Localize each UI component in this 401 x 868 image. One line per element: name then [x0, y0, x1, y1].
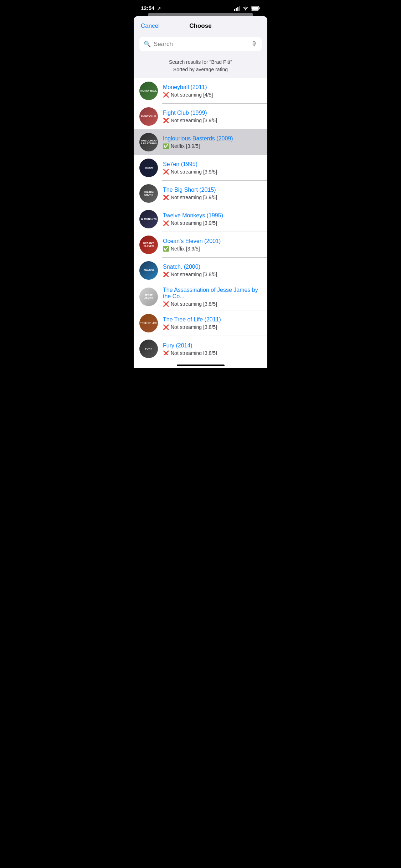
movie-thumbnail: SNATCH	[139, 261, 158, 280]
sheet-header: Cancel Choose	[134, 16, 267, 34]
movie-title[interactable]: Snatch. (2000)	[163, 264, 262, 270]
streaming-checkmark: ✅	[163, 143, 169, 149]
movie-title[interactable]: The Tree of Life (2011)	[163, 316, 262, 323]
not-streaming-x: ❌	[163, 195, 169, 200]
list-item[interactable]: JESSE JAMES The Assassination of Jesse J…	[134, 283, 267, 310]
svg-rect-5	[259, 7, 260, 9]
thumbnail-text: FURY	[145, 347, 153, 351]
svg-rect-6	[252, 6, 258, 10]
status-text: Not streaming [3.8/5]	[171, 301, 217, 307]
movie-title[interactable]: The Big Short (2015)	[163, 187, 262, 193]
movie-title[interactable]: Se7en (1995)	[163, 161, 262, 167]
not-streaming-x: ❌	[163, 118, 169, 123]
movie-status: ❌ Not streaming [3.8/5]	[163, 272, 262, 277]
search-container: 🔍 🎙	[134, 34, 267, 56]
not-streaming-x: ❌	[163, 301, 169, 307]
thumbnail-text: MONEY BALL	[140, 89, 158, 93]
movie-status: ✅ Netflix [3.9/5]	[163, 143, 262, 149]
movie-info: Moneyball (2011) ❌ Not streaming [4/5]	[163, 84, 262, 98]
thumbnail-text: INGLOURIOUS BASTERDS	[139, 139, 158, 146]
results-sort: Sorted by average rating	[139, 66, 262, 73]
svg-rect-1	[236, 8, 237, 11]
list-item[interactable]: FIGHT CLUB Fight Club (1999) ❌ Not strea…	[134, 104, 267, 129]
movie-status: ❌ Not streaming [3.9/5]	[163, 195, 262, 200]
list-item[interactable]: INGLOURIOUS BASTERDS Inglourious Basterd…	[134, 129, 267, 155]
movie-list: MONEY BALL Moneyball (2011) ❌ Not stream…	[134, 78, 267, 362]
home-bar	[177, 365, 225, 366]
movie-status: ✅ Netflix [3.9/5]	[163, 246, 262, 252]
streaming-checkmark: ✅	[163, 246, 169, 252]
movie-thumbnail: FIGHT CLUB	[139, 107, 158, 126]
list-item[interactable]: FURY Fury (2014) ❌ Not streaming [3.8/5]	[134, 336, 267, 362]
svg-rect-2	[237, 7, 238, 11]
sheet-title: Choose	[189, 22, 211, 30]
thumbnail-text: SNATCH	[143, 268, 155, 273]
movie-thumbnail: TREE OF LIFE	[139, 314, 158, 332]
status-text: Not streaming [3.8/5]	[171, 350, 217, 355]
list-item[interactable]: 12 MONKEYS Twelve Monkeys (1995) ❌ Not s…	[134, 206, 267, 232]
thumbnail-text: SE7EN	[144, 166, 154, 170]
movie-thumbnail: MONEY BALL	[139, 82, 158, 100]
not-streaming-x: ❌	[163, 169, 169, 175]
status-icons	[234, 6, 260, 11]
status-time: 12:54 ↗	[141, 5, 161, 11]
wifi-icon	[242, 6, 249, 11]
movie-info: Se7en (1995) ❌ Not streaming [3.9/5]	[163, 161, 262, 175]
status-text: Not streaming [3.8/5]	[171, 324, 217, 330]
movie-info: The Big Short (2015) ❌ Not streaming [3.…	[163, 187, 262, 200]
results-query: Search results for "Brad Pitt"	[139, 58, 262, 66]
list-item[interactable]: SE7EN Se7en (1995) ❌ Not streaming [3.9/…	[134, 155, 267, 181]
not-streaming-x: ❌	[163, 350, 169, 355]
home-indicator	[134, 362, 267, 368]
status-text: Netflix [3.9/5]	[171, 143, 200, 149]
thumbnail-text: OCEAN'S ELEVEN	[139, 241, 158, 249]
thumbnail-text: JESSE JAMES	[139, 293, 158, 301]
thumbnail-text: THE BIG SHORT	[139, 190, 158, 197]
not-streaming-x: ❌	[163, 324, 169, 330]
movie-info: Fight Club (1999) ❌ Not streaming [3.9/5…	[163, 110, 262, 123]
movie-info: The Tree of Life (2011) ❌ Not streaming …	[163, 316, 262, 330]
status-text: Not streaming [3.9/5]	[171, 195, 217, 200]
list-item[interactable]: MONEY BALL Moneyball (2011) ❌ Not stream…	[134, 78, 267, 104]
movie-title[interactable]: Fury (2014)	[163, 342, 262, 349]
movie-title[interactable]: Moneyball (2011)	[163, 84, 262, 91]
movie-thumbnail: OCEAN'S ELEVEN	[139, 236, 158, 254]
list-item[interactable]: TREE OF LIFE The Tree of Life (2011) ❌ N…	[134, 310, 267, 336]
search-input[interactable]	[154, 41, 248, 48]
list-item[interactable]: THE BIG SHORT The Big Short (2015) ❌ Not…	[134, 181, 267, 206]
status-text: Not streaming [3.9/5]	[171, 169, 217, 175]
microphone-icon[interactable]: 🎙	[251, 40, 257, 48]
movie-thumbnail: FURY	[139, 340, 158, 358]
status-text: Not streaming [3.8/5]	[171, 272, 217, 277]
status-bar: 12:54 ↗	[134, 0, 267, 13]
list-item[interactable]: OCEAN'S ELEVEN Ocean's Eleven (2001) ✅ N…	[134, 232, 267, 258]
movie-title[interactable]: Ocean's Eleven (2001)	[163, 238, 262, 244]
search-bar[interactable]: 🔍 🎙	[139, 37, 262, 51]
movie-status: ❌ Not streaming [3.9/5]	[163, 118, 262, 123]
search-icon: 🔍	[144, 41, 151, 47]
svg-rect-3	[239, 6, 240, 11]
not-streaming-x: ❌	[163, 92, 169, 98]
movie-info: Twelve Monkeys (1995) ❌ Not streaming [3…	[163, 212, 262, 226]
movie-title[interactable]: Inglourious Basterds (2009)	[163, 135, 262, 142]
not-streaming-x: ❌	[163, 272, 169, 277]
movie-info: Snatch. (2000) ❌ Not streaming [3.8/5]	[163, 264, 262, 277]
movie-title[interactable]: Twelve Monkeys (1995)	[163, 212, 262, 219]
status-text: Not streaming [3.9/5]	[171, 118, 217, 123]
movie-info: Inglourious Basterds (2009) ✅ Netflix [3…	[163, 135, 262, 149]
thumbnail-text: 12 MONKEYS	[140, 217, 157, 221]
movie-info: Fury (2014) ❌ Not streaming [3.8/5]	[163, 342, 262, 355]
cancel-button[interactable]: Cancel	[141, 22, 160, 30]
list-item[interactable]: SNATCH Snatch. (2000) ❌ Not streaming [3…	[134, 258, 267, 283]
battery-icon	[251, 6, 260, 11]
status-text: Not streaming [3.9/5]	[171, 220, 217, 226]
movie-info: The Assassination of Jesse James by the …	[163, 287, 262, 307]
movie-title[interactable]: The Assassination of Jesse James by the …	[163, 287, 262, 300]
movie-thumbnail: SE7EN	[139, 159, 158, 177]
thumbnail-text: TREE OF LIFE	[139, 321, 158, 325]
movie-thumbnail: JESSE JAMES	[139, 288, 158, 306]
movie-title[interactable]: Fight Club (1999)	[163, 110, 262, 116]
sheet-drag-hint	[148, 13, 253, 16]
svg-rect-0	[234, 9, 235, 11]
movie-status: ❌ Not streaming [3.8/5]	[163, 324, 262, 330]
